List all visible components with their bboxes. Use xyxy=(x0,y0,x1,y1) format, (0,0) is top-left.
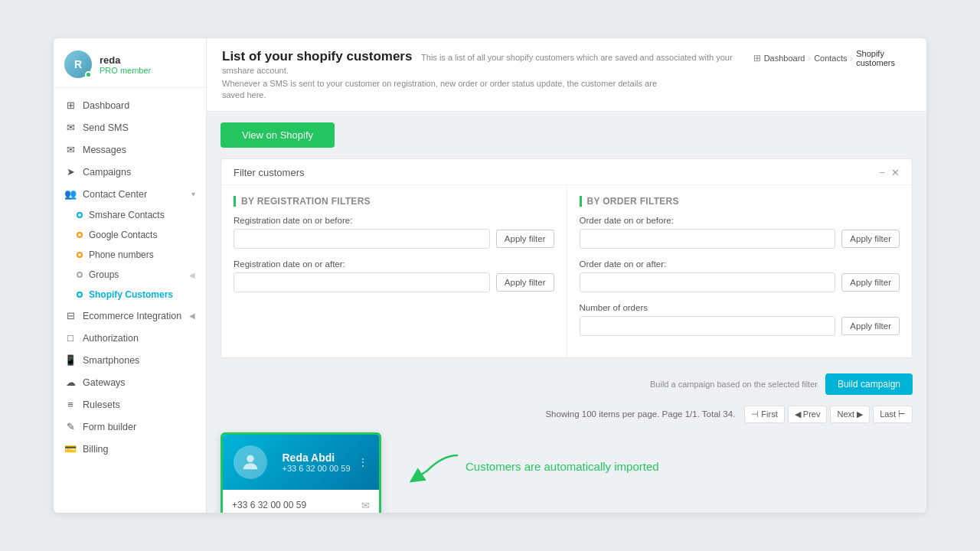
sidebar-item-groups[interactable]: Groups ◀ xyxy=(54,265,206,285)
sidebar-item-gateways[interactable]: ☁ Gateways xyxy=(54,371,206,393)
page-header: List of your shopify customers This is a… xyxy=(207,38,926,112)
minimize-icon[interactable]: − xyxy=(879,167,885,178)
dot-icon xyxy=(77,272,83,278)
filter-columns: By registration filters Registration dat… xyxy=(221,185,912,357)
pagination-next-button[interactable]: Next ▶ xyxy=(830,406,870,423)
contact-center-subnav: Smshare Contacts Google Contacts Phone n… xyxy=(54,205,206,305)
apply-filter-button-2[interactable]: Apply filter xyxy=(496,273,554,292)
sidebar-item-label: Campaigns xyxy=(83,167,195,178)
card-menu-icon[interactable]: ⋮ xyxy=(358,456,368,468)
breadcrumb-current: Shopify customers xyxy=(856,49,911,67)
filter-panel-header: Filter customers − ✕ xyxy=(221,159,912,185)
filter-input-reg-before[interactable] xyxy=(234,229,490,249)
sidebar-item-shopify-customers[interactable]: Shopify Customers xyxy=(54,285,206,305)
gateways-icon: ☁ xyxy=(64,377,77,388)
sidebar-item-messages[interactable]: ✉ Messages xyxy=(54,139,206,161)
pagination-last-button[interactable]: Last ⊢ xyxy=(873,406,913,423)
filter-col-left: By registration filters Registration dat… xyxy=(221,185,567,357)
sidebar-sub-label: Shopify Customers xyxy=(89,289,173,300)
sidebar-item-dashboard[interactable]: ⊞ Dashboard xyxy=(54,94,206,116)
apply-filter-button-3[interactable]: Apply filter xyxy=(841,230,900,248)
sidebar-sub-label: Groups xyxy=(89,269,119,280)
filter-input-reg-after[interactable] xyxy=(234,272,490,292)
breadcrumb: ⊞ Dashboard › Contacts › Shopify custome… xyxy=(753,49,911,67)
sidebar-item-campaigns[interactable]: ➤ Campaigns xyxy=(54,161,206,183)
apply-filter-button-4[interactable]: Apply filter xyxy=(841,273,900,292)
breadcrumb-contacts[interactable]: Contacts xyxy=(814,54,847,63)
annotation-wrapper: Customers are automatically imported xyxy=(404,448,659,486)
annotation-arrow xyxy=(404,448,466,486)
sidebar-item-billing[interactable]: 💳 Billing xyxy=(54,438,206,460)
filter-label-order-before: Order date on or before: xyxy=(580,216,900,225)
customer-detail-phone: +33 6 32 00 00 59 xyxy=(232,500,306,510)
filter-panel: Filter customers − ✕ By registration fil… xyxy=(220,158,913,358)
online-indicator xyxy=(85,71,92,78)
customer-card-body: +33 6 32 00 00 59 ✉ Edit ⊟ xyxy=(223,490,379,513)
profile-role: PRO member xyxy=(100,66,151,75)
svg-point-0 xyxy=(247,455,253,461)
apply-filter-button[interactable]: Apply filter xyxy=(496,230,554,248)
customer-card-header: Reda Abdi +33 6 32 00 00 59 ⋮ xyxy=(223,435,379,490)
sidebar-item-label: Ecommerce Integration xyxy=(83,311,189,321)
filter-field-reg-after: Registration date on or after: Apply fil… xyxy=(234,259,554,292)
messages-icon: ✉ xyxy=(64,144,77,155)
sidebar-item-label: Messages xyxy=(83,145,195,155)
filter-input-order-after[interactable] xyxy=(580,272,836,292)
sidebar-item-rulesets[interactable]: ≡ Rulesets xyxy=(54,393,206,416)
apply-filter-button-5[interactable]: Apply filter xyxy=(841,317,900,335)
sidebar-item-contact-center[interactable]: 👥 Contact Center ▾ xyxy=(54,183,206,205)
customer-phone: +33 6 32 00 00 59 xyxy=(283,464,351,473)
close-icon[interactable]: ✕ xyxy=(891,167,900,178)
build-campaign-button[interactable]: Build campaign xyxy=(825,373,913,395)
ecommerce-icon: ⊟ xyxy=(64,310,77,321)
view-shopify-button[interactable]: View on Shopify xyxy=(220,122,335,148)
breadcrumb-dashboard[interactable]: Dashboard xyxy=(764,54,805,63)
filter-col-title-right: By order filters xyxy=(580,196,900,207)
dot-icon xyxy=(77,232,83,238)
pagination-row: Showing 100 items per page. Page 1/1. To… xyxy=(220,401,913,429)
billing-icon: 💳 xyxy=(64,443,77,455)
customer-area: Reda Abdi +33 6 32 00 00 59 ⋮ +33 6 32 0… xyxy=(220,432,913,513)
filter-label-num-orders: Number of orders xyxy=(580,303,900,312)
campaigns-icon: ➤ xyxy=(64,166,77,178)
sidebar-item-google-contacts[interactable]: Google Contacts xyxy=(54,225,206,245)
sidebar-sub-label: Phone numbers xyxy=(89,249,154,260)
form-builder-icon: ✎ xyxy=(64,421,77,432)
sidebar-item-smartphones[interactable]: 📱 Smartphones xyxy=(54,349,206,371)
sidebar-item-label: Dashboard xyxy=(83,100,195,111)
sidebar-item-label: Authorization xyxy=(83,333,195,344)
dot-icon xyxy=(77,212,83,218)
sidebar-item-label: Billing xyxy=(83,444,195,455)
filter-col-title-left: By registration filters xyxy=(234,196,554,207)
page-subtitle: Whenever a SMS is sent to your customer … xyxy=(222,78,666,102)
sidebar-item-authorization[interactable]: □ Authorization xyxy=(54,327,206,349)
sidebar-item-label: Contact Center xyxy=(83,189,191,200)
sidebar-item-label: Send SMS xyxy=(83,122,195,133)
filter-panel-title: Filter customers xyxy=(234,167,304,178)
filter-field-reg-before: Registration date on or before: Apply fi… xyxy=(234,216,554,249)
sidebar-sub-label: Smshare Contacts xyxy=(89,210,165,220)
rulesets-icon: ≡ xyxy=(64,399,77,410)
sidebar-item-ecommerce[interactable]: ⊟ Ecommerce Integration ◀ xyxy=(54,305,206,327)
pagination-prev-button[interactable]: ◀ Prev xyxy=(788,406,828,423)
annotation-text: Customers are automatically imported xyxy=(466,460,659,473)
filter-input-num-orders[interactable] xyxy=(580,316,836,336)
filter-col-right: By order filters Order date on or before… xyxy=(567,185,913,357)
pagination-info: Showing 100 items per page. Page 1/1. To… xyxy=(545,409,735,419)
smartphones-icon: 📱 xyxy=(64,354,77,366)
page-title: List of your shopify customers This is a… xyxy=(222,49,753,76)
customer-detail-phone-row: +33 6 32 00 00 59 ✉ xyxy=(232,496,370,513)
filter-label-reg-after: Registration date on or after: xyxy=(234,259,554,269)
collapse-icon: ◀ xyxy=(189,271,195,279)
sidebar: R reda PRO member ⊞ Dashboard ✉ Send SMS xyxy=(54,38,207,513)
sidebar-item-smshare-contacts[interactable]: Smshare Contacts xyxy=(54,205,206,225)
main-content: List of your shopify customers This is a… xyxy=(207,38,926,513)
filter-label-reg-before: Registration date on or before: xyxy=(234,216,554,225)
sidebar-item-phone-numbers[interactable]: Phone numbers xyxy=(54,245,206,265)
sidebar-item-form-builder[interactable]: ✎ Form builder xyxy=(54,416,206,438)
pagination-first-button[interactable]: ⊣ First xyxy=(744,406,784,423)
filter-input-order-before[interactable] xyxy=(580,229,836,249)
sidebar-item-send-sms[interactable]: ✉ Send SMS xyxy=(54,116,206,139)
sidebar-sub-label: Google Contacts xyxy=(89,230,157,240)
customer-card: Reda Abdi +33 6 32 00 00 59 ⋮ +33 6 32 0… xyxy=(220,432,381,513)
